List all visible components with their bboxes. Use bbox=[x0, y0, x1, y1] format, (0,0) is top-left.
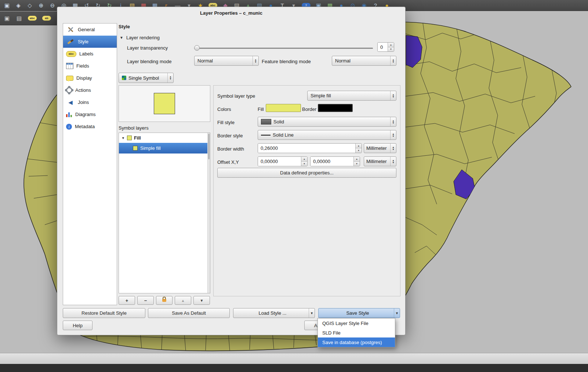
sidebar-item-actions[interactable]: Actions bbox=[63, 84, 117, 96]
tree-scrollbar[interactable] bbox=[207, 133, 210, 293]
sidebar-item-labels[interactable]: Labels bbox=[63, 48, 117, 60]
spin-arrows[interactable]: ▲▼ bbox=[388, 43, 394, 51]
border-width-unit-combo[interactable]: Millimeter ▲▼ bbox=[364, 143, 396, 153]
symbol-layer-type-label: Symbol layer type bbox=[217, 93, 255, 99]
border-width-label: Border width bbox=[217, 146, 244, 152]
sidebar-item-label: Fields bbox=[76, 63, 89, 69]
border-width-value: 0,26000 bbox=[258, 144, 355, 153]
zoom-box-icon[interactable]: ▣ bbox=[4, 2, 10, 9]
fill-color-label: Fill bbox=[258, 106, 264, 112]
combo-arrows-icon: ▲▼ bbox=[390, 56, 396, 65]
blending-mode-value: Normal bbox=[195, 58, 213, 64]
save-style-label: Save Style bbox=[319, 310, 394, 316]
label-abc-icon[interactable]: abc bbox=[28, 16, 37, 21]
speech-bubble-icon bbox=[66, 76, 73, 81]
move-layer-down-button[interactable]: ▼ bbox=[193, 296, 210, 305]
save-style-menu: QGIS Layer Style File SLD File Save in d… bbox=[317, 318, 395, 347]
help-label: Help bbox=[73, 323, 83, 328]
symbol-layers-tree: ▼ Fill Simple fill bbox=[119, 133, 210, 293]
fill-color-swatch[interactable] bbox=[266, 104, 301, 112]
blending-mode-combo[interactable]: Normal ▲▼ bbox=[194, 56, 259, 66]
sidebar-item-joins[interactable]: Joins bbox=[63, 96, 117, 108]
border-style-label: Border style bbox=[217, 133, 243, 138]
sidebar-item-fields[interactable]: Fields bbox=[63, 60, 117, 72]
join-arrow-icon bbox=[66, 98, 75, 106]
move-layer-up-button[interactable]: ▲ bbox=[175, 296, 191, 305]
zoom-out-icon[interactable]: ⊖ bbox=[49, 2, 56, 9]
spin-arrows[interactable]: ▲▼ bbox=[301, 157, 307, 166]
lock-symbol-layer-button[interactable] bbox=[156, 296, 173, 305]
combo-arrows-icon: ▲▼ bbox=[390, 157, 396, 166]
lock-icon bbox=[162, 299, 166, 302]
border-style-combo[interactable]: Solid Line ▲▼ bbox=[258, 130, 396, 140]
restore-default-style-button[interactable]: Restore Default Style bbox=[63, 308, 145, 318]
offset-x-spinbox[interactable]: 0,00000 ▲▼ bbox=[258, 156, 308, 166]
offset-y-spinbox[interactable]: 0,00000 ▲▼ bbox=[310, 156, 360, 166]
menu-item-sld-file[interactable]: SLD File bbox=[318, 328, 395, 337]
offset-unit-combo[interactable]: Millimeter ▲▼ bbox=[364, 156, 396, 166]
tree-item-fill[interactable]: ▼ Fill bbox=[119, 133, 210, 143]
pan-selection-icon[interactable]: ◇ bbox=[26, 2, 33, 9]
symbol-layers-label: Symbol layers bbox=[119, 125, 149, 131]
help-button[interactable]: Help bbox=[63, 321, 92, 330]
combo-arrows-icon: ▲▼ bbox=[253, 56, 258, 65]
sidebar-item-label: Joins bbox=[78, 100, 89, 105]
fill-style-combo[interactable]: Solid ▲▼ bbox=[258, 117, 396, 127]
tree-expand-icon[interactable]: ▼ bbox=[121, 136, 125, 140]
symbol-layer-type-combo[interactable]: Simple fill ▲▼ bbox=[307, 91, 396, 101]
border-color-swatch[interactable] bbox=[318, 104, 353, 112]
style-panel-header: Style bbox=[119, 24, 130, 29]
copy-style-icon[interactable]: ▤ bbox=[16, 15, 22, 22]
tree-item-label: Simple fill bbox=[140, 145, 161, 151]
menu-item-qgis-style-file[interactable]: QGIS Layer Style File bbox=[318, 318, 395, 328]
spin-arrows[interactable]: ▲▼ bbox=[353, 157, 360, 166]
slider-handle[interactable] bbox=[194, 45, 200, 51]
paintbrush-icon bbox=[66, 38, 75, 46]
tree-item-label: Fill bbox=[134, 135, 141, 141]
line-style-preview-icon bbox=[261, 135, 271, 136]
feature-blending-combo[interactable]: Normal ▲▼ bbox=[332, 56, 396, 66]
layer-rendering-collapse[interactable]: ▼ Layer rendering bbox=[120, 35, 160, 40]
data-defined-properties-button[interactable]: Data defined properties... bbox=[217, 168, 396, 178]
tree-item-simple-fill[interactable]: Simple fill bbox=[119, 143, 210, 154]
sidebar-item-label: General bbox=[78, 27, 95, 32]
toolbar-secondary: ▣▤abcab bbox=[0, 11, 57, 25]
pan-map-icon[interactable]: ◈ bbox=[15, 2, 22, 9]
sidebar-item-metadata[interactable]: Metadata bbox=[63, 120, 117, 133]
feature-blending-label: Feature blending mode bbox=[262, 59, 311, 64]
bar-chart-icon bbox=[66, 112, 72, 117]
fill-style-label: Fill style bbox=[217, 120, 235, 125]
label-pin-icon[interactable]: ab bbox=[42, 16, 51, 21]
transparency-value: 0 bbox=[378, 43, 388, 51]
sidebar-item-style[interactable]: Style bbox=[63, 36, 117, 48]
renderer-type-combo[interactable]: Single Symbol ▲▼ bbox=[119, 73, 174, 83]
save-as-default-button[interactable]: Save As Default bbox=[148, 308, 230, 318]
transparency-slider[interactable] bbox=[194, 45, 373, 51]
collapse-triangle-icon: ▼ bbox=[120, 36, 123, 40]
offset-x-value: 0,00000 bbox=[258, 157, 301, 166]
layer-rendering-label: Layer rendering bbox=[126, 35, 160, 40]
data-defined-properties-label: Data defined properties... bbox=[280, 170, 334, 176]
dialog-title: Layer Properties – c_munic bbox=[57, 10, 405, 16]
info-icon bbox=[66, 124, 72, 130]
transparency-spinbox[interactable]: 0 ▲▼ bbox=[377, 42, 394, 52]
symbol-preview-panel bbox=[119, 85, 210, 122]
border-width-spinbox[interactable]: 0,26000 ▲▼ bbox=[258, 143, 362, 153]
sidebar-item-label: Labels bbox=[79, 51, 93, 57]
restore-default-style-label: Restore Default Style bbox=[81, 310, 127, 316]
spin-arrows[interactable]: ▲▼ bbox=[355, 144, 362, 153]
add-symbol-layer-button[interactable]: + bbox=[119, 296, 135, 305]
border-color-label: Border bbox=[302, 106, 316, 112]
combo-arrows-icon: ▲▼ bbox=[390, 117, 396, 126]
save-style-button[interactable]: Save Style ▼ bbox=[318, 308, 400, 318]
paste-style-icon[interactable]: ▣ bbox=[4, 15, 10, 22]
sidebar-item-display[interactable]: Display bbox=[63, 72, 117, 84]
sidebar-item-diagrams[interactable]: Diagrams bbox=[63, 108, 117, 120]
sidebar-item-label: Metadata bbox=[75, 124, 95, 129]
remove-symbol-layer-button[interactable]: − bbox=[137, 296, 154, 305]
dropdown-arrow-icon: ▼ bbox=[309, 308, 315, 318]
sidebar-item-general[interactable]: General bbox=[63, 24, 117, 36]
menu-item-save-in-database[interactable]: Save in database (postgres) bbox=[318, 337, 395, 347]
load-style-button[interactable]: Load Style ... ▼ bbox=[233, 308, 315, 318]
zoom-in-icon[interactable]: ⊕ bbox=[38, 2, 44, 9]
